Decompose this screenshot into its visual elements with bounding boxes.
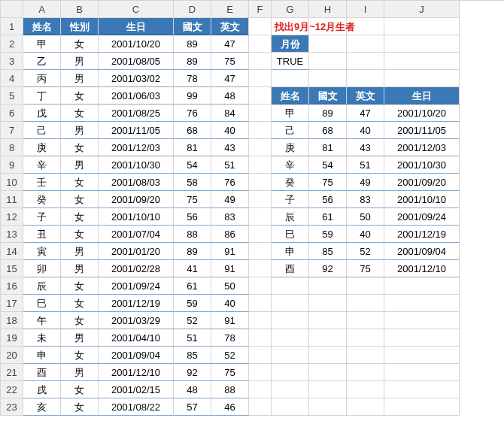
cell-D15[interactable]: 41 bbox=[174, 260, 211, 277]
cell-J7[interactable]: 2001/11/05 bbox=[384, 122, 460, 139]
cell-C23[interactable]: 2001/08/22 bbox=[99, 398, 174, 416]
cell-A9[interactable]: 辛 bbox=[23, 156, 61, 174]
cell-B22[interactable]: 女 bbox=[61, 381, 99, 398]
cell-C9[interactable]: 2001/10/30 bbox=[99, 156, 174, 174]
cell-I14[interactable]: 52 bbox=[347, 243, 384, 260]
cell-D16[interactable]: 61 bbox=[174, 277, 211, 295]
cell-G23[interactable] bbox=[272, 398, 309, 416]
cell-H3[interactable] bbox=[309, 53, 347, 70]
cell-H16[interactable] bbox=[309, 277, 347, 295]
cell-H13[interactable]: 59 bbox=[309, 226, 347, 243]
cell-A21[interactable]: 酉 bbox=[23, 364, 61, 381]
cell-J11[interactable]: 2001/10/10 bbox=[384, 191, 460, 208]
cell-J8[interactable]: 2001/12/03 bbox=[384, 139, 460, 156]
cell-E10[interactable]: 76 bbox=[211, 174, 249, 191]
cell-E17[interactable]: 40 bbox=[211, 295, 249, 312]
cell-I21[interactable] bbox=[347, 364, 384, 381]
cell-J5[interactable]: 生日 bbox=[384, 87, 460, 104]
row-header-21[interactable]: 21 bbox=[1, 364, 23, 381]
cell-A16[interactable]: 辰 bbox=[23, 277, 61, 295]
cell-C8[interactable]: 2001/12/03 bbox=[99, 139, 174, 156]
col-header-F[interactable]: F bbox=[249, 1, 272, 18]
cell-I5[interactable]: 英文 bbox=[347, 87, 384, 104]
cell-E11[interactable]: 49 bbox=[211, 191, 249, 208]
cell-G7[interactable]: 己 bbox=[272, 122, 309, 139]
cell-B15[interactable]: 男 bbox=[61, 260, 99, 277]
cell-F14[interactable] bbox=[249, 243, 272, 260]
cell-H7[interactable]: 68 bbox=[309, 122, 347, 139]
cell-B9[interactable]: 男 bbox=[61, 156, 99, 174]
cell-J4[interactable] bbox=[384, 70, 460, 87]
row-header-19[interactable]: 19 bbox=[1, 329, 23, 347]
cell-E21[interactable]: 75 bbox=[211, 364, 249, 381]
cell-D1[interactable]: 國文 bbox=[174, 18, 211, 35]
cell-E5[interactable]: 48 bbox=[211, 87, 249, 104]
cell-B20[interactable]: 女 bbox=[61, 347, 99, 364]
cell-A18[interactable]: 午 bbox=[23, 312, 61, 329]
cell-G16[interactable] bbox=[272, 277, 309, 295]
cell-D7[interactable]: 68 bbox=[174, 122, 211, 139]
cell-F6[interactable] bbox=[249, 104, 272, 122]
cell-G18[interactable] bbox=[272, 312, 309, 329]
cell-F15[interactable] bbox=[249, 260, 272, 277]
cell-D14[interactable]: 89 bbox=[174, 243, 211, 260]
cell-B1[interactable]: 性別 bbox=[61, 18, 99, 35]
cell-C11[interactable]: 2001/09/20 bbox=[99, 191, 174, 208]
cell-I3[interactable] bbox=[347, 53, 384, 70]
cell-F22[interactable] bbox=[249, 381, 272, 398]
cell-C16[interactable]: 2001/09/24 bbox=[99, 277, 174, 295]
cell-E23[interactable]: 46 bbox=[211, 398, 249, 416]
cell-C5[interactable]: 2001/06/03 bbox=[99, 87, 174, 104]
cell-E19[interactable]: 78 bbox=[211, 329, 249, 347]
cell-B10[interactable]: 女 bbox=[61, 174, 99, 191]
row-header-6[interactable]: 6 bbox=[1, 104, 23, 122]
cell-F12[interactable] bbox=[249, 208, 272, 226]
row-header-22[interactable]: 22 bbox=[1, 381, 23, 398]
row-header-3[interactable]: 3 bbox=[1, 53, 23, 70]
cell-A4[interactable]: 丙 bbox=[23, 70, 61, 87]
cell-F4[interactable] bbox=[249, 70, 272, 87]
row-header-20[interactable]: 20 bbox=[1, 347, 23, 364]
cell-I10[interactable]: 49 bbox=[347, 174, 384, 191]
cell-A22[interactable]: 戌 bbox=[23, 381, 61, 398]
cell-H8[interactable]: 81 bbox=[309, 139, 347, 156]
cell-I11[interactable]: 83 bbox=[347, 191, 384, 208]
cell-A2[interactable]: 甲 bbox=[23, 35, 61, 53]
cell-J10[interactable]: 2001/09/20 bbox=[384, 174, 460, 191]
cell-A19[interactable]: 未 bbox=[23, 329, 61, 347]
cell-A13[interactable]: 丑 bbox=[23, 226, 61, 243]
cell-I4[interactable] bbox=[347, 70, 384, 87]
row-header-23[interactable]: 23 bbox=[1, 398, 23, 416]
cell-J3[interactable] bbox=[384, 53, 460, 70]
cell-I18[interactable] bbox=[347, 312, 384, 329]
cell-G22[interactable] bbox=[272, 381, 309, 398]
cell-E2[interactable]: 47 bbox=[211, 35, 249, 53]
cell-C4[interactable]: 2001/03/02 bbox=[99, 70, 174, 87]
cell-D8[interactable]: 81 bbox=[174, 139, 211, 156]
cell-D10[interactable]: 58 bbox=[174, 174, 211, 191]
cell-G8[interactable]: 庚 bbox=[272, 139, 309, 156]
cell-G10[interactable]: 癸 bbox=[272, 174, 309, 191]
cell-J14[interactable]: 2001/09/04 bbox=[384, 243, 460, 260]
row-header-11[interactable]: 11 bbox=[1, 191, 23, 208]
cell-G2[interactable]: 月份 bbox=[272, 35, 309, 53]
cell-E15[interactable]: 91 bbox=[211, 260, 249, 277]
cell-A23[interactable]: 亥 bbox=[23, 398, 61, 416]
cell-H17[interactable] bbox=[309, 295, 347, 312]
cell-H9[interactable]: 54 bbox=[309, 156, 347, 174]
row-header-15[interactable]: 15 bbox=[1, 260, 23, 277]
row-header-1[interactable]: 1 bbox=[1, 18, 23, 35]
cell-D20[interactable]: 85 bbox=[174, 347, 211, 364]
cell-H2[interactable] bbox=[309, 35, 347, 53]
cell-J16[interactable] bbox=[384, 277, 460, 295]
cell-I8[interactable]: 43 bbox=[347, 139, 384, 156]
cell-G6[interactable]: 甲 bbox=[272, 104, 309, 122]
cell-H14[interactable]: 85 bbox=[309, 243, 347, 260]
cell-G14[interactable]: 申 bbox=[272, 243, 309, 260]
cell-A14[interactable]: 寅 bbox=[23, 243, 61, 260]
cell-A6[interactable]: 戊 bbox=[23, 104, 61, 122]
cell-E16[interactable]: 50 bbox=[211, 277, 249, 295]
cell-G21[interactable] bbox=[272, 364, 309, 381]
col-header-B[interactable]: B bbox=[61, 1, 99, 18]
cell-J6[interactable]: 2001/10/20 bbox=[384, 104, 460, 122]
